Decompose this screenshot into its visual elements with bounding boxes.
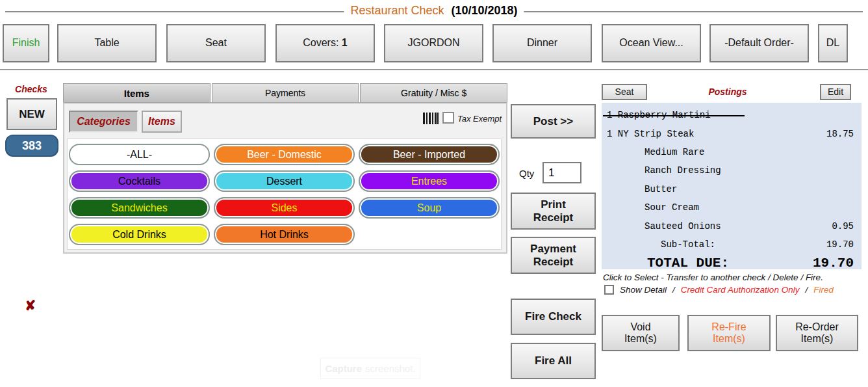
- finish-button[interactable]: Finish: [3, 24, 49, 62]
- separator-slash2: /: [805, 285, 808, 295]
- category-dessert[interactable]: Dessert: [214, 170, 355, 192]
- covers-count: 1: [342, 37, 348, 49]
- categories-mode-button[interactable]: Categories: [69, 111, 138, 133]
- page-title: Restaurant Check (10/10/2018): [344, 4, 524, 18]
- check-number-badge[interactable]: 383: [5, 135, 58, 157]
- category-all[interactable]: -ALL-: [69, 144, 210, 165]
- category-grid: -ALL-Beer - DomesticBeer - ImportedCockt…: [68, 139, 501, 245]
- postings-seat-button[interactable]: Seat: [602, 84, 647, 100]
- tab-payments[interactable]: Payments: [212, 83, 359, 102]
- toolbar-divider: [0, 69, 868, 70]
- fire-check-button[interactable]: Fire Check: [511, 299, 596, 335]
- category-soup[interactable]: Soup: [359, 197, 500, 219]
- room-button[interactable]: Ocean View...: [602, 24, 701, 62]
- posting-text: 1 NY Strip Steak: [607, 129, 694, 139]
- tax-exempt-label: Tax Exempt: [457, 114, 502, 124]
- refire-line1: Re-Fire: [711, 321, 746, 333]
- red-x-mark: ✘: [24, 297, 36, 314]
- posting-text: 1 Raspberry Martini: [607, 110, 711, 120]
- posting-text: Medium Rare: [645, 147, 704, 157]
- items-panel: Categories Items Tax Exempt -ALL-Beer - …: [63, 102, 507, 254]
- category-grid-box: -ALL-Beer - DomesticBeer - ImportedCockt…: [67, 139, 502, 250]
- posting-line[interactable]: Ranch Dressing: [602, 161, 862, 180]
- posting-line[interactable]: Medium Rare: [602, 143, 862, 161]
- posting-line[interactable]: Sauteed Onions0.95: [602, 217, 862, 235]
- separator-slash: /: [672, 285, 675, 295]
- category-cold-drinks[interactable]: Cold Drinks: [69, 224, 210, 245]
- posting-line[interactable]: Butter: [602, 180, 862, 198]
- refire-line2: Item(s): [713, 333, 745, 345]
- new-check-button[interactable]: NEW: [6, 98, 57, 130]
- posting-text: TOTAL DUE:: [647, 256, 729, 271]
- print-receipt-line2: Receipt: [533, 211, 573, 224]
- print-receipt-line1: Print: [541, 198, 566, 211]
- checks-label: Checks: [0, 84, 62, 94]
- category-sandwiches[interactable]: Sandwiches: [69, 197, 210, 219]
- postings-hint: Click to Select - Transfer to another ch…: [603, 273, 823, 282]
- tax-exempt-checkbox[interactable]: [442, 112, 454, 124]
- detail-options-row: Show Detail / Credit Card Authorization …: [604, 285, 834, 295]
- tab-gratuity-misc[interactable]: Gratuity / Misc $: [360, 83, 507, 102]
- meal-period-button[interactable]: Dinner: [492, 24, 592, 62]
- category-cocktails[interactable]: Cocktails: [69, 170, 210, 192]
- payment-receipt-line1: Payment: [530, 243, 576, 256]
- category-entrees[interactable]: Entrees: [359, 170, 500, 192]
- posting-line[interactable]: TOTAL DUE:19.70: [602, 254, 862, 272]
- posting-price: 18.75: [769, 129, 854, 139]
- void-line2: Item(s): [624, 333, 657, 345]
- payment-receipt-button[interactable]: Payment Receipt: [511, 237, 596, 274]
- main-tabbar: Items Payments Gratuity / Misc $: [63, 83, 507, 102]
- check-date: (10/10/2018): [452, 4, 518, 17]
- seat-button[interactable]: Seat: [166, 24, 266, 62]
- barcode-icon: [423, 113, 439, 124]
- category-beer-imported[interactable]: Beer - Imported: [359, 144, 500, 165]
- void-items-button[interactable]: Void Item(s): [602, 315, 680, 351]
- void-line1: Void: [630, 321, 650, 333]
- reorder-items-button[interactable]: Re-Order Item(s): [776, 315, 858, 351]
- posting-text: Sour Cream: [645, 202, 699, 213]
- watermark-bold: Capture: [325, 363, 362, 374]
- table-button[interactable]: Table: [57, 24, 157, 62]
- restaurant-check-window: Restaurant Check (10/10/2018) Finish Tab…: [0, 0, 868, 387]
- posting-price: 19.70: [769, 239, 854, 250]
- qty-label: Qty: [519, 168, 534, 179]
- posting-line[interactable]: 1 Raspberry Martini: [602, 106, 862, 124]
- server-button[interactable]: JGORDON: [384, 24, 483, 62]
- show-detail-checkbox[interactable]: [604, 285, 614, 295]
- refire-items-button[interactable]: Re-Fire Item(s): [687, 315, 771, 351]
- covers-label: Covers:: [303, 37, 338, 49]
- covers-button[interactable]: Covers: 1: [275, 24, 375, 62]
- reorder-line1: Re-Order: [795, 321, 839, 333]
- capture-screenshot-watermark: Capture screenshot.: [320, 358, 420, 379]
- category-sides[interactable]: Sides: [214, 197, 355, 219]
- cc-auth-label: Credit Card Authorization Only: [681, 285, 800, 295]
- dl-button[interactable]: DL: [818, 24, 848, 62]
- page-title-text: Restaurant Check: [350, 4, 444, 17]
- posting-text: Ranch Dressing: [645, 165, 721, 176]
- posting-text: Sauteed Onions: [645, 221, 721, 232]
- default-order-button[interactable]: -Default Order-: [709, 24, 809, 62]
- posting-text: Sub-Total:: [661, 239, 715, 250]
- category-hot-drinks[interactable]: Hot Drinks: [214, 224, 355, 245]
- postings-title: Postings: [663, 87, 793, 97]
- posting-line[interactable]: 1 NY Strip Steak18.75: [602, 124, 862, 142]
- postings-list[interactable]: 1 Raspberry Martini1 NY Strip Steak18.75…: [602, 103, 862, 269]
- post-button[interactable]: Post >>: [511, 104, 596, 139]
- fired-label: Fired: [813, 285, 834, 295]
- qty-input[interactable]: [542, 162, 581, 183]
- payment-receipt-line2: Receipt: [533, 256, 573, 269]
- print-receipt-button[interactable]: Print Receipt: [511, 193, 596, 230]
- items-mode-button[interactable]: Items: [142, 111, 182, 133]
- posting-price: 19.70: [769, 256, 854, 271]
- posting-price: 0.95: [769, 221, 854, 232]
- fire-all-button[interactable]: Fire All: [511, 343, 596, 379]
- edit-button[interactable]: Edit: [820, 84, 851, 100]
- category-beer-domestic[interactable]: Beer - Domestic: [214, 144, 355, 165]
- watermark-rest: screenshot.: [365, 363, 416, 374]
- tab-items[interactable]: Items: [63, 83, 211, 102]
- posting-text: Butter: [645, 184, 677, 194]
- show-detail-label: Show Detail: [620, 285, 667, 295]
- reorder-line2: Item(s): [801, 333, 834, 345]
- posting-line[interactable]: Sub-Total:19.70: [602, 235, 862, 254]
- posting-line[interactable]: Sour Cream: [602, 198, 862, 217]
